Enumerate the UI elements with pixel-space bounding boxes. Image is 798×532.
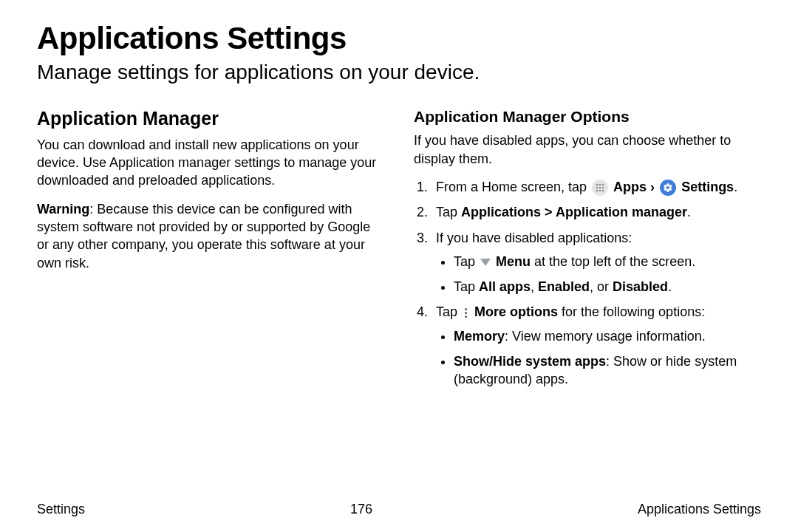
left-paragraph-1: You can download and install new applica… bbox=[37, 136, 384, 190]
step1-period: . bbox=[734, 180, 737, 194]
page-title: Applications Settings bbox=[37, 21, 761, 56]
b1-post: at the top left of the screen. bbox=[531, 254, 695, 269]
right-column: Application Manager Options If you have … bbox=[414, 106, 761, 396]
b2-period: . bbox=[668, 279, 672, 294]
settings-label: Settings bbox=[681, 180, 734, 194]
step4-bold: More options bbox=[471, 304, 558, 319]
svg-point-6 bbox=[596, 190, 598, 192]
step1-pre: From a Home screen, tap bbox=[436, 180, 590, 194]
svg-point-5 bbox=[602, 187, 604, 189]
b2-bold3: Disabled bbox=[613, 279, 668, 294]
svg-point-4 bbox=[599, 187, 601, 189]
step2-bold: Applications > Application manager bbox=[461, 205, 687, 219]
settings-icon bbox=[660, 180, 676, 196]
step2-pre: Tap bbox=[436, 205, 461, 219]
b2-bold2: Enabled bbox=[538, 279, 590, 294]
svg-point-3 bbox=[596, 187, 598, 189]
svg-point-7 bbox=[599, 190, 601, 192]
dropdown-icon bbox=[480, 259, 491, 266]
more-options-icon bbox=[463, 308, 469, 318]
step4-pre: Tap bbox=[436, 304, 461, 319]
chevron-icon: › bbox=[650, 180, 658, 194]
b2-sep1: , bbox=[531, 279, 538, 294]
step3-sublist: Tap Menu at the top left of the screen. … bbox=[436, 253, 761, 296]
left-warning: Warning: Because this device can be conf… bbox=[37, 200, 384, 272]
b2-sep2: , or bbox=[590, 279, 613, 294]
b1-bold: Menu bbox=[492, 254, 531, 269]
svg-point-0 bbox=[596, 184, 598, 186]
section-heading-left: Application Manager bbox=[37, 106, 384, 132]
step-1: From a Home screen, tap Apps › Settings. bbox=[432, 178, 761, 196]
s1-post: : View memory usage information. bbox=[505, 329, 706, 344]
b2-pre: Tap bbox=[454, 279, 479, 294]
bullet-allapps: Tap All apps, Enabled, or Disabled. bbox=[454, 278, 761, 296]
b2-bold1: All apps bbox=[479, 279, 531, 294]
content-columns: Application Manager You can download and… bbox=[37, 106, 761, 396]
step4-sublist: Memory: View memory usage information. S… bbox=[436, 327, 761, 389]
s1-bold: Memory bbox=[454, 329, 505, 344]
step3-text: If you have disabled applications: bbox=[436, 231, 632, 245]
step-3: If you have disabled applications: Tap M… bbox=[432, 229, 761, 296]
s2-bold: Show/Hide system apps bbox=[454, 354, 606, 369]
page-subtitle: Manage settings for applications on your… bbox=[37, 61, 761, 84]
section-heading-right: Application Manager Options bbox=[414, 106, 761, 127]
svg-point-1 bbox=[599, 184, 601, 186]
bullet-showhide: Show/Hide system apps: Show or hide syst… bbox=[454, 352, 761, 389]
step-4: Tap More options for the following optio… bbox=[432, 303, 761, 388]
svg-point-2 bbox=[602, 184, 604, 186]
footer-left: Settings bbox=[37, 502, 85, 517]
step2-period: . bbox=[687, 205, 691, 219]
bullet-memory: Memory: View memory usage information. bbox=[454, 327, 761, 345]
page-footer: Settings 176 Applications Settings bbox=[37, 502, 761, 517]
b1-pre: Tap bbox=[454, 254, 479, 269]
warning-label: Warning bbox=[37, 202, 89, 216]
left-column: Application Manager You can download and… bbox=[37, 106, 384, 396]
bullet-menu: Tap Menu at the top left of the screen. bbox=[454, 253, 761, 270]
steps-list: From a Home screen, tap Apps › Settings.… bbox=[414, 178, 761, 389]
apps-icon bbox=[592, 180, 608, 196]
right-intro: If you have disabled apps, you can choos… bbox=[414, 132, 761, 168]
apps-label: Apps bbox=[613, 180, 650, 194]
step4-post: for the following options: bbox=[558, 304, 705, 319]
svg-point-8 bbox=[602, 190, 604, 192]
footer-right: Applications Settings bbox=[638, 502, 761, 517]
footer-page-number: 176 bbox=[350, 502, 372, 517]
step-2: Tap Applications > Application manager. bbox=[432, 203, 761, 221]
